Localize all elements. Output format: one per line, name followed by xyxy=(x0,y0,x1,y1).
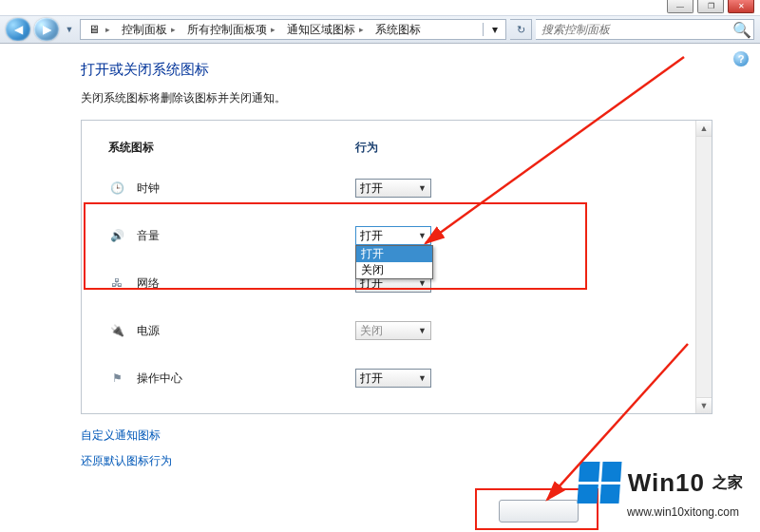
address-dropdown[interactable]: ▾ xyxy=(483,23,505,36)
scrollbar[interactable]: ▲ ▼ xyxy=(695,121,712,413)
search-input[interactable] xyxy=(536,23,731,36)
network-icon: 🖧 xyxy=(108,275,125,292)
help-button[interactable]: ? xyxy=(733,51,749,66)
column-header-icon: 系统图标 xyxy=(108,140,355,156)
nav-back-button[interactable]: ◀ xyxy=(6,18,30,41)
window-maximize-button[interactable]: ❐ xyxy=(697,0,724,13)
chevron-down-icon: ▼ xyxy=(418,231,427,240)
behavior-select-flag[interactable]: 打开▼ xyxy=(355,369,431,388)
refresh-button[interactable]: ↻ xyxy=(510,20,531,39)
volume-icon: 🔊 xyxy=(108,227,125,244)
table-row: 🔊音量打开▼打开关闭 xyxy=(108,212,693,259)
windows-logo-icon xyxy=(577,462,621,504)
power-icon: 🔌 xyxy=(108,322,125,339)
nav-forward-button[interactable]: ▶ xyxy=(34,18,59,41)
nav-history-dropdown[interactable]: ▼ xyxy=(63,19,76,40)
select-option[interactable]: 打开 xyxy=(356,246,432,262)
select-option[interactable]: 关闭 xyxy=(356,262,432,278)
table-row: 🕒时钟打开▼ xyxy=(108,164,693,212)
scroll-up-icon[interactable]: ▲ xyxy=(696,121,712,137)
row-label: 操作中心 xyxy=(137,370,182,387)
chevron-down-icon: ▼ xyxy=(418,278,427,288)
arrow-left-icon: ◀ xyxy=(14,23,23,36)
breadcrumb[interactable]: 🖥▸ 控制面板▸ 所有控制面板项▸ 通知区域图标▸ 系统图标 ▾ xyxy=(80,19,506,40)
ok-button[interactable] xyxy=(499,500,579,522)
scroll-down-icon[interactable]: ▼ xyxy=(696,397,712,413)
chevron-down-icon: ▼ xyxy=(418,326,427,335)
crumb-2[interactable]: 通知区域图标 xyxy=(287,22,355,38)
behavior-select-clock[interactable]: 打开▼ xyxy=(355,179,431,198)
crumb-1[interactable]: 所有控制面板项 xyxy=(187,22,267,38)
behavior-select-volume[interactable]: 打开▼打开关闭 xyxy=(355,226,431,245)
behavior-select-power: 关闭▼ xyxy=(355,321,431,340)
crumb-3[interactable]: 系统图标 xyxy=(375,22,421,38)
arrow-right-icon: ▶ xyxy=(43,23,51,36)
column-header-behavior: 行为 xyxy=(355,140,469,156)
row-label: 网络 xyxy=(137,276,160,292)
icons-panel: ▲ ▼ 系统图标 行为 🕒时钟打开▼🔊音量打开▼打开关闭🖧网络打开▼🔌电源关闭▼… xyxy=(81,120,712,414)
crumb-0[interactable]: 控制面板 xyxy=(122,22,167,38)
window-close-button[interactable]: ✕ xyxy=(728,0,754,13)
window-minimize-button[interactable]: — xyxy=(667,0,694,13)
watermark-url: www.win10xitong.com xyxy=(627,505,739,519)
row-label: 时钟 xyxy=(137,180,160,197)
watermark-logo: Win10 之家 xyxy=(579,462,743,504)
search-box[interactable]: 🔍 xyxy=(536,19,754,40)
row-label: 电源 xyxy=(137,323,160,339)
page-title: 打开或关闭系统图标 xyxy=(81,61,712,79)
address-bar: ◀ ▶ ▼ 🖥▸ 控制面板▸ 所有控制面板项▸ 通知区域图标▸ 系统图标 ▾ ↻… xyxy=(0,15,760,44)
page-subtitle: 关闭系统图标将删除该图标并关闭通知。 xyxy=(81,90,712,106)
table-row: ⚑操作中心打开▼ xyxy=(108,354,693,402)
customize-notification-icons-link[interactable]: 自定义通知图标 xyxy=(81,428,712,444)
select-popup: 打开关闭 xyxy=(355,245,433,279)
control-panel-icon: 🖥 xyxy=(86,22,102,37)
search-icon: 🔍 xyxy=(731,21,753,39)
flag-icon: ⚑ xyxy=(108,370,125,387)
row-label: 音量 xyxy=(137,228,160,244)
clock-icon: 🕒 xyxy=(108,180,125,197)
table-row: 🔌电源关闭▼ xyxy=(108,307,693,354)
chevron-down-icon: ▼ xyxy=(418,373,427,383)
chevron-down-icon: ▼ xyxy=(418,183,427,193)
